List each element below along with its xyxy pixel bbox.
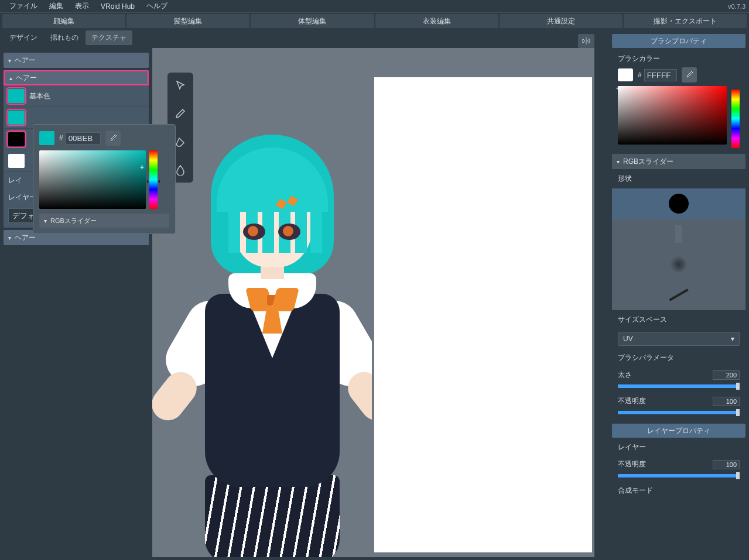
select-tool[interactable]	[172, 77, 189, 94]
menubar: ファイル 編集 表示 VRoid Hub ヘルプ v0.7.3	[0, 0, 749, 13]
brush-hex-input[interactable]	[644, 69, 677, 81]
menu-edit[interactable]: 編集	[43, 1, 69, 11]
brush-color-section: ブラシカラー # +	[612, 50, 745, 152]
size-space-label: サイズスペース	[612, 312, 745, 327]
brush-params-label: ブラシパラメータ	[612, 351, 745, 365]
viewport-2d[interactable]	[372, 48, 594, 557]
tab-body[interactable]: 体型編集	[251, 14, 374, 28]
tab-common[interactable]: 共通設定	[500, 14, 623, 28]
avatar-preview	[158, 118, 372, 557]
base-color-label: 基本色	[29, 91, 50, 101]
color-swatch-2[interactable]	[8, 111, 25, 125]
brush-rgb-slider-label: RGBスライダー	[623, 157, 673, 167]
sv-picker[interactable]: +	[39, 150, 146, 209]
color-swatch-white[interactable]	[8, 154, 25, 168]
thickness-label: 太さ	[618, 370, 632, 380]
mirror-toggle[interactable]	[578, 34, 594, 48]
tab-hair[interactable]: 髪型編集	[126, 14, 249, 28]
brush-hex-prefix: #	[638, 71, 642, 79]
brush-sv-cursor-icon: +	[616, 84, 620, 92]
blend-mode-label: 合成モード	[612, 483, 745, 498]
viewport-3d[interactable]	[152, 48, 372, 557]
hair-label: ヘアー	[15, 56, 36, 66]
layer-opacity-label: 不透明度	[618, 459, 646, 469]
hue-cursor-icon	[147, 180, 160, 183]
picker-current-swatch	[39, 131, 54, 145]
brush-sv-picker[interactable]: +	[618, 86, 727, 145]
subtab-design[interactable]: デザイン	[4, 30, 43, 45]
layer-properties-title: レイヤープロパティ	[612, 424, 745, 438]
brush-color-swatch[interactable]	[618, 68, 633, 81]
brush-properties-title: ブラシプロパティ	[612, 34, 745, 48]
subtab-texture[interactable]: テクスチャ	[85, 30, 132, 45]
brush-eyedropper-button[interactable]	[682, 67, 697, 83]
shape-circle[interactable]	[612, 188, 745, 219]
brush-opacity-slider[interactable]	[618, 411, 740, 414]
menu-vroid-hub[interactable]: VRoid Hub	[95, 2, 141, 11]
base-color-row[interactable]: 基本色	[4, 85, 149, 107]
brush-opacity-input[interactable]	[713, 397, 740, 406]
shape-label: 形状	[612, 171, 745, 186]
chevron-down-icon: ▾	[8, 235, 11, 241]
category-tabs: 顔編集 髪型編集 体型編集 衣装編集 共通設定 撮影・エクスポート	[0, 13, 749, 29]
tab-face[interactable]: 顔編集	[2, 14, 125, 28]
chevron-down-icon: ▾	[8, 57, 11, 64]
hue-slider[interactable]	[149, 150, 158, 209]
shape-square[interactable]	[612, 219, 745, 249]
brush-hue-slider[interactable]	[731, 90, 740, 148]
tab-clothes[interactable]: 衣装編集	[375, 14, 498, 28]
color-swatch-black[interactable]	[8, 132, 25, 146]
hair-group-collapsed[interactable]: ▾ ヘアー	[4, 53, 149, 68]
size-space-value: UV	[623, 335, 633, 343]
version-label: v0.7.3	[728, 3, 745, 10]
hair-label-2: ヘアー	[16, 73, 37, 83]
menu-file[interactable]: ファイル	[4, 1, 43, 11]
chevron-up-icon: ▴	[9, 75, 12, 81]
hex-prefix: #	[59, 134, 63, 142]
texture-canvas[interactable]	[374, 77, 592, 552]
brush-rgb-slider-toggle[interactable]: ▾ RGBスライダー	[612, 154, 745, 169]
eyedropper-button[interactable]	[105, 130, 121, 146]
menu-help[interactable]: ヘルプ	[141, 1, 173, 11]
chevron-down-icon: ▾	[731, 335, 734, 343]
tab-export[interactable]: 撮影・エクスポート	[624, 14, 747, 28]
pencil-tool[interactable]	[172, 105, 189, 122]
chevron-down-icon: ▾	[617, 159, 620, 165]
color-picker-popup: # + ▾ RGBスライダー	[33, 124, 176, 234]
brush-color-label: ブラシカラー	[618, 54, 740, 64]
size-space-select[interactable]: UV ▾	[618, 332, 740, 346]
layer-prop-layer-label: レイヤー	[612, 440, 745, 455]
layer-opacity-slider[interactable]	[618, 474, 740, 477]
chevron-down-icon: ▾	[44, 218, 47, 224]
right-panel: ブラシプロパティ ブラシカラー # + ▾ RGBスライダー 形状	[612, 34, 745, 498]
brush-opacity-label: 不透明度	[618, 396, 646, 406]
shape-line[interactable]	[612, 280, 745, 310]
menu-view[interactable]: 表示	[69, 1, 95, 11]
rgb-slider-label: RGBスライダー	[50, 217, 97, 225]
layer-opacity-input[interactable]	[713, 460, 740, 469]
thickness-input[interactable]	[713, 370, 740, 380]
rgb-slider-toggle[interactable]: ▾ RGBスライダー	[39, 214, 169, 228]
base-color-swatch[interactable]	[8, 89, 25, 103]
shape-soft[interactable]	[612, 249, 745, 280]
subtab-sway[interactable]: 揺れもの	[45, 30, 84, 45]
hair-label-3: ヘアー	[15, 233, 36, 243]
thickness-slider[interactable]	[618, 384, 740, 388]
viewport	[152, 48, 594, 557]
sv-cursor-icon: +	[140, 163, 147, 170]
hair-group-expanded[interactable]: ▴ ヘアー	[4, 70, 149, 85]
hex-input[interactable]	[66, 132, 101, 145]
brush-shape-grid	[612, 188, 745, 310]
